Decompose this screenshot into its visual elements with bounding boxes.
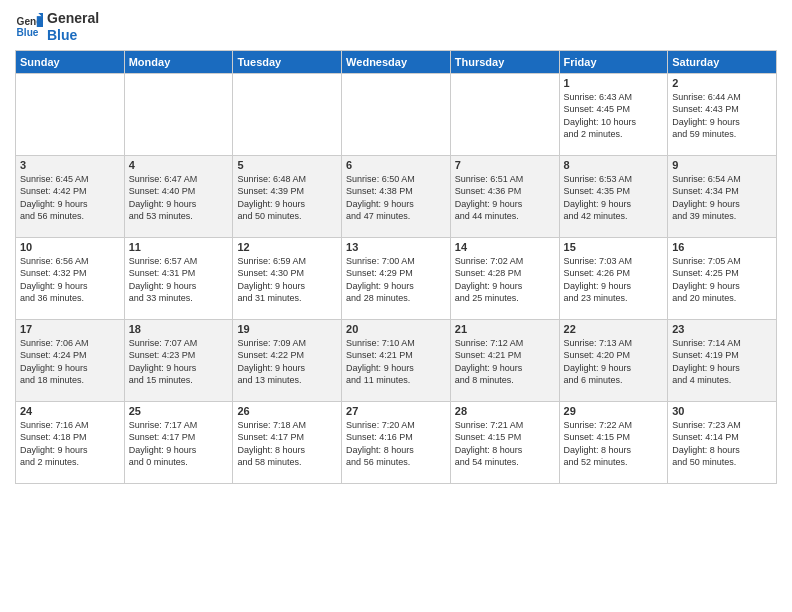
day-number: 11 bbox=[129, 241, 229, 253]
day-cell: 26Sunrise: 7:18 AM Sunset: 4:17 PM Dayli… bbox=[233, 401, 342, 483]
day-number: 22 bbox=[564, 323, 664, 335]
day-cell: 12Sunrise: 6:59 AM Sunset: 4:30 PM Dayli… bbox=[233, 237, 342, 319]
day-number: 30 bbox=[672, 405, 772, 417]
week-row-5: 24Sunrise: 7:16 AM Sunset: 4:18 PM Dayli… bbox=[16, 401, 777, 483]
logo: General Blue General Blue bbox=[15, 10, 99, 44]
day-cell: 2Sunrise: 6:44 AM Sunset: 4:43 PM Daylig… bbox=[668, 73, 777, 155]
day-info: Sunrise: 7:00 AM Sunset: 4:29 PM Dayligh… bbox=[346, 255, 446, 305]
day-number: 28 bbox=[455, 405, 555, 417]
day-info: Sunrise: 7:02 AM Sunset: 4:28 PM Dayligh… bbox=[455, 255, 555, 305]
day-number: 9 bbox=[672, 159, 772, 171]
day-cell: 17Sunrise: 7:06 AM Sunset: 4:24 PM Dayli… bbox=[16, 319, 125, 401]
day-cell: 1Sunrise: 6:43 AM Sunset: 4:45 PM Daylig… bbox=[559, 73, 668, 155]
day-number: 26 bbox=[237, 405, 337, 417]
day-info: Sunrise: 6:59 AM Sunset: 4:30 PM Dayligh… bbox=[237, 255, 337, 305]
day-number: 20 bbox=[346, 323, 446, 335]
day-cell: 6Sunrise: 6:50 AM Sunset: 4:38 PM Daylig… bbox=[342, 155, 451, 237]
day-info: Sunrise: 7:14 AM Sunset: 4:19 PM Dayligh… bbox=[672, 337, 772, 387]
day-cell bbox=[342, 73, 451, 155]
day-cell: 25Sunrise: 7:17 AM Sunset: 4:17 PM Dayli… bbox=[124, 401, 233, 483]
day-number: 27 bbox=[346, 405, 446, 417]
day-cell: 27Sunrise: 7:20 AM Sunset: 4:16 PM Dayli… bbox=[342, 401, 451, 483]
day-number: 1 bbox=[564, 77, 664, 89]
day-info: Sunrise: 7:09 AM Sunset: 4:22 PM Dayligh… bbox=[237, 337, 337, 387]
day-cell: 18Sunrise: 7:07 AM Sunset: 4:23 PM Dayli… bbox=[124, 319, 233, 401]
day-number: 29 bbox=[564, 405, 664, 417]
day-cell: 19Sunrise: 7:09 AM Sunset: 4:22 PM Dayli… bbox=[233, 319, 342, 401]
day-info: Sunrise: 7:05 AM Sunset: 4:25 PM Dayligh… bbox=[672, 255, 772, 305]
day-number: 19 bbox=[237, 323, 337, 335]
day-info: Sunrise: 6:45 AM Sunset: 4:42 PM Dayligh… bbox=[20, 173, 120, 223]
week-row-4: 17Sunrise: 7:06 AM Sunset: 4:24 PM Dayli… bbox=[16, 319, 777, 401]
day-cell: 29Sunrise: 7:22 AM Sunset: 4:15 PM Dayli… bbox=[559, 401, 668, 483]
week-row-2: 3Sunrise: 6:45 AM Sunset: 4:42 PM Daylig… bbox=[16, 155, 777, 237]
weekday-header-thursday: Thursday bbox=[450, 50, 559, 73]
weekday-header-monday: Monday bbox=[124, 50, 233, 73]
day-number: 3 bbox=[20, 159, 120, 171]
day-cell: 15Sunrise: 7:03 AM Sunset: 4:26 PM Dayli… bbox=[559, 237, 668, 319]
logo-name: General Blue bbox=[47, 10, 99, 44]
weekday-header-saturday: Saturday bbox=[668, 50, 777, 73]
day-info: Sunrise: 6:48 AM Sunset: 4:39 PM Dayligh… bbox=[237, 173, 337, 223]
day-cell: 9Sunrise: 6:54 AM Sunset: 4:34 PM Daylig… bbox=[668, 155, 777, 237]
day-info: Sunrise: 7:12 AM Sunset: 4:21 PM Dayligh… bbox=[455, 337, 555, 387]
week-row-3: 10Sunrise: 6:56 AM Sunset: 4:32 PM Dayli… bbox=[16, 237, 777, 319]
day-cell: 24Sunrise: 7:16 AM Sunset: 4:18 PM Dayli… bbox=[16, 401, 125, 483]
day-cell bbox=[124, 73, 233, 155]
day-number: 8 bbox=[564, 159, 664, 171]
logo-icon: General Blue bbox=[15, 13, 43, 41]
day-number: 24 bbox=[20, 405, 120, 417]
day-number: 16 bbox=[672, 241, 772, 253]
day-number: 15 bbox=[564, 241, 664, 253]
day-info: Sunrise: 7:18 AM Sunset: 4:17 PM Dayligh… bbox=[237, 419, 337, 469]
svg-marker-2 bbox=[37, 16, 43, 27]
day-info: Sunrise: 7:22 AM Sunset: 4:15 PM Dayligh… bbox=[564, 419, 664, 469]
day-info: Sunrise: 7:16 AM Sunset: 4:18 PM Dayligh… bbox=[20, 419, 120, 469]
day-number: 6 bbox=[346, 159, 446, 171]
day-info: Sunrise: 7:17 AM Sunset: 4:17 PM Dayligh… bbox=[129, 419, 229, 469]
day-cell: 5Sunrise: 6:48 AM Sunset: 4:39 PM Daylig… bbox=[233, 155, 342, 237]
day-cell bbox=[233, 73, 342, 155]
day-number: 5 bbox=[237, 159, 337, 171]
day-cell bbox=[16, 73, 125, 155]
day-info: Sunrise: 7:10 AM Sunset: 4:21 PM Dayligh… bbox=[346, 337, 446, 387]
weekday-header-tuesday: Tuesday bbox=[233, 50, 342, 73]
day-info: Sunrise: 7:21 AM Sunset: 4:15 PM Dayligh… bbox=[455, 419, 555, 469]
day-info: Sunrise: 6:53 AM Sunset: 4:35 PM Dayligh… bbox=[564, 173, 664, 223]
day-cell: 20Sunrise: 7:10 AM Sunset: 4:21 PM Dayli… bbox=[342, 319, 451, 401]
day-number: 21 bbox=[455, 323, 555, 335]
day-number: 7 bbox=[455, 159, 555, 171]
day-info: Sunrise: 6:47 AM Sunset: 4:40 PM Dayligh… bbox=[129, 173, 229, 223]
day-number: 25 bbox=[129, 405, 229, 417]
weekday-header-row: SundayMondayTuesdayWednesdayThursdayFrid… bbox=[16, 50, 777, 73]
day-info: Sunrise: 6:54 AM Sunset: 4:34 PM Dayligh… bbox=[672, 173, 772, 223]
week-row-1: 1Sunrise: 6:43 AM Sunset: 4:45 PM Daylig… bbox=[16, 73, 777, 155]
day-info: Sunrise: 6:50 AM Sunset: 4:38 PM Dayligh… bbox=[346, 173, 446, 223]
day-info: Sunrise: 7:07 AM Sunset: 4:23 PM Dayligh… bbox=[129, 337, 229, 387]
day-number: 18 bbox=[129, 323, 229, 335]
weekday-header-friday: Friday bbox=[559, 50, 668, 73]
day-cell: 8Sunrise: 6:53 AM Sunset: 4:35 PM Daylig… bbox=[559, 155, 668, 237]
day-number: 4 bbox=[129, 159, 229, 171]
day-info: Sunrise: 7:13 AM Sunset: 4:20 PM Dayligh… bbox=[564, 337, 664, 387]
day-number: 23 bbox=[672, 323, 772, 335]
day-number: 10 bbox=[20, 241, 120, 253]
day-info: Sunrise: 7:06 AM Sunset: 4:24 PM Dayligh… bbox=[20, 337, 120, 387]
day-number: 14 bbox=[455, 241, 555, 253]
day-cell: 21Sunrise: 7:12 AM Sunset: 4:21 PM Dayli… bbox=[450, 319, 559, 401]
day-info: Sunrise: 6:43 AM Sunset: 4:45 PM Dayligh… bbox=[564, 91, 664, 141]
day-cell: 22Sunrise: 7:13 AM Sunset: 4:20 PM Dayli… bbox=[559, 319, 668, 401]
day-cell bbox=[450, 73, 559, 155]
day-cell: 23Sunrise: 7:14 AM Sunset: 4:19 PM Dayli… bbox=[668, 319, 777, 401]
day-cell: 16Sunrise: 7:05 AM Sunset: 4:25 PM Dayli… bbox=[668, 237, 777, 319]
day-cell: 30Sunrise: 7:23 AM Sunset: 4:14 PM Dayli… bbox=[668, 401, 777, 483]
day-info: Sunrise: 6:51 AM Sunset: 4:36 PM Dayligh… bbox=[455, 173, 555, 223]
header: General Blue General Blue bbox=[15, 10, 777, 44]
day-cell: 7Sunrise: 6:51 AM Sunset: 4:36 PM Daylig… bbox=[450, 155, 559, 237]
day-info: Sunrise: 7:03 AM Sunset: 4:26 PM Dayligh… bbox=[564, 255, 664, 305]
day-cell: 3Sunrise: 6:45 AM Sunset: 4:42 PM Daylig… bbox=[16, 155, 125, 237]
weekday-header-wednesday: Wednesday bbox=[342, 50, 451, 73]
day-number: 2 bbox=[672, 77, 772, 89]
svg-text:Blue: Blue bbox=[17, 27, 39, 38]
day-cell: 14Sunrise: 7:02 AM Sunset: 4:28 PM Dayli… bbox=[450, 237, 559, 319]
